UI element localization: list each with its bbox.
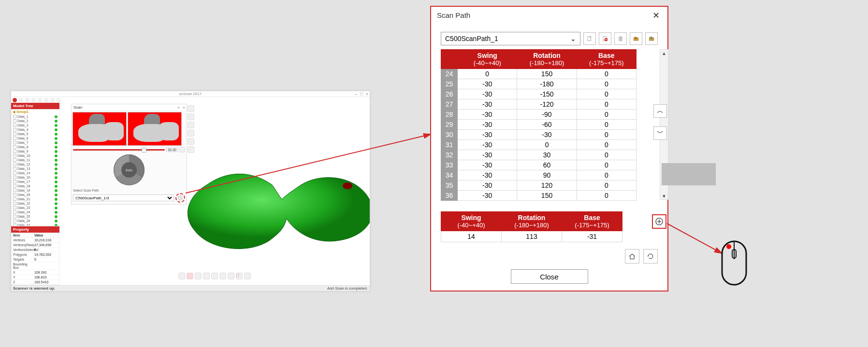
tree-item[interactable]: Data_5 [12,132,59,136]
view-tool-icon[interactable]: ∷ [236,273,243,279]
checkbox-icon[interactable] [13,137,16,140]
tree-item[interactable]: Data_26 [12,219,59,223]
cell-rotation[interactable]: 90 [517,170,577,180]
model-tree-group[interactable]: ◆ Group1 [12,110,59,114]
table-row[interactable]: 34-30900 [441,170,637,180]
checkbox-icon[interactable] [13,189,16,192]
cell-base[interactable]: 0 [577,180,636,191]
minimize-button[interactable]: – [355,92,357,97]
tree-item[interactable]: Data_12 [12,162,59,167]
cell-rotation[interactable]: 120 [517,180,577,191]
new-swing-cell[interactable]: 14 [441,231,502,242]
checkbox-icon[interactable] [13,215,16,218]
table-row[interactable]: 30-30-300 [441,130,637,140]
side-tool-icon[interactable] [188,146,194,153]
model-tree[interactable]: ◆ Group1 Data_1Data_2Data_3Data_4Data_5D… [11,109,59,226]
cell-base[interactable]: 0 [577,130,636,140]
tree-item[interactable]: Data_16 [12,175,59,180]
tree-item[interactable]: Data_20 [12,193,59,197]
cell-swing[interactable]: -30 [458,180,517,191]
cell-base[interactable]: 0 [577,160,636,170]
view-tool-icon[interactable] [219,273,226,279]
new-rotation-cell[interactable]: 113 [502,231,562,242]
checkbox-icon[interactable] [13,150,16,153]
cell-rotation[interactable]: -60 [517,120,577,130]
orientation-cube[interactable]: x [348,255,363,270]
cell-swing[interactable]: -30 [458,170,517,180]
tree-item[interactable]: Data_22 [12,201,59,206]
checkbox-icon[interactable] [13,158,16,162]
cell-rotation[interactable]: -120 [517,99,577,110]
side-tool-icon[interactable] [188,122,194,128]
side-tool-icon[interactable] [188,113,194,120]
cell-rotation[interactable]: 150 [517,191,577,201]
checkbox-icon[interactable] [13,193,16,196]
checkbox-icon[interactable] [13,154,16,157]
tree-item[interactable]: Data_4 [12,127,59,132]
cell-rotation[interactable]: 30 [517,150,577,160]
new-base-cell[interactable]: -31 [562,231,622,242]
checkbox-icon[interactable] [13,115,16,118]
cell-base[interactable]: 0 [577,150,636,160]
checkbox-icon[interactable] [13,197,16,201]
cell-swing[interactable]: -30 [458,79,517,89]
cell-base[interactable]: 0 [577,99,636,110]
table-row[interactable]: 29-30-600 [441,120,637,130]
table-row[interactable]: 26-30-1500 [441,89,637,99]
tree-item[interactable]: Data_9 [12,149,59,153]
view-tool-icon[interactable] [187,273,193,279]
side-tool-icon[interactable] [188,105,194,112]
tree-item[interactable]: Data_23 [12,206,59,210]
tree-item[interactable]: Data_3 [12,123,59,127]
table-row[interactable]: 28-30-900 [441,110,637,120]
cell-rotation[interactable]: -90 [517,110,577,120]
checkbox-icon[interactable] [13,128,16,131]
view-tool-icon[interactable] [195,273,202,279]
tree-item[interactable]: Data_14 [12,171,59,175]
tree-item[interactable]: Data_19 [12,188,59,193]
tree-item[interactable]: Data_25 [12,214,59,219]
checkbox-icon[interactable] [13,163,16,166]
table-row[interactable]: 35-301200 [441,180,637,191]
checkbox-icon[interactable] [13,184,16,188]
cell-base[interactable]: 0 [577,191,636,201]
checkbox-icon[interactable] [13,210,16,214]
cell-rotation[interactable]: 0 [517,140,577,150]
tree-item[interactable]: Data_24 [12,210,59,214]
table-row[interactable]: 27-30-1200 [441,99,637,110]
tree-item[interactable]: Data_18 [12,184,59,188]
cell-rotation[interactable]: 150 [517,69,577,79]
checkbox-icon[interactable] [13,219,16,222]
tree-item[interactable]: Data_21 [12,197,59,201]
cell-swing[interactable]: -30 [458,191,517,201]
tree-item[interactable]: Data_6 [12,136,59,140]
cell-rotation[interactable]: 60 [517,160,577,170]
scroll-down-icon[interactable]: ▼ [660,193,668,199]
tree-item[interactable]: Data_17 [12,180,59,184]
tree-item[interactable]: Data_2 [12,119,59,123]
pin-icon[interactable]: ⌖ [183,105,185,111]
table-row[interactable]: 2401500 [441,69,637,79]
checkbox-icon[interactable] [13,171,16,175]
cell-swing[interactable]: -30 [458,99,517,110]
toolbar-icon[interactable] [38,98,42,102]
checkbox-icon[interactable] [13,202,16,205]
table-row[interactable]: 31-3000 [441,140,637,150]
toolbar-icon[interactable] [44,98,48,102]
checkbox-icon[interactable] [13,124,16,127]
tree-item[interactable]: Data_7 [12,140,59,145]
cell-swing[interactable]: -30 [458,130,517,140]
table-row[interactable]: 32-30300 [441,150,637,160]
scan-path-combo[interactable]: C500ScanPath_1 ⌄ [441,32,580,45]
scroll-up-icon[interactable]: ▲ [660,50,668,56]
new-button[interactable] [583,32,596,45]
checkbox-icon[interactable] [13,119,16,123]
move-down-button[interactable]: ﹀ [653,126,667,140]
trash-button[interactable] [614,32,627,45]
tree-item[interactable]: Data_1 [12,114,59,119]
cell-base[interactable]: 0 [577,110,636,120]
checkbox-icon[interactable] [13,206,16,209]
close-button[interactable]: Close [511,269,588,284]
side-tool-icon[interactable] [188,130,194,137]
close-icon[interactable]: × [177,105,180,110]
